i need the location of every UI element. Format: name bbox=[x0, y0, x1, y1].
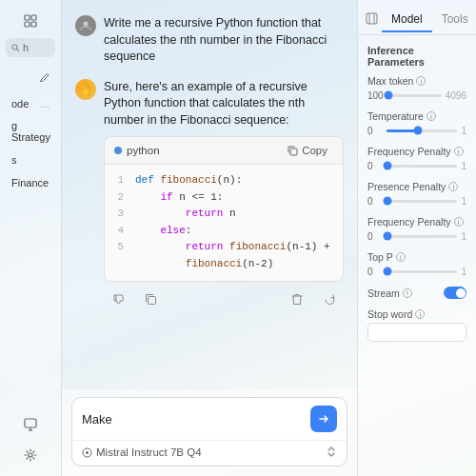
max-token-slider[interactable] bbox=[387, 89, 442, 101]
code-content: 1 def fibonacci(n): 2 if n <= 1: 3 retur… bbox=[105, 165, 343, 281]
sidebar: h ode ... g Strategy s bbox=[0, 0, 62, 476]
sidebar-gear-icon[interactable] bbox=[15, 442, 46, 468]
param-presence-penalty-label: Presence Penalty bbox=[367, 181, 446, 192]
param-temperature: Temperature i 0 1 bbox=[367, 110, 466, 136]
edit-icon[interactable] bbox=[34, 67, 55, 88]
param-temperature-label: Temperature bbox=[367, 110, 424, 122]
stream-label: Stream bbox=[367, 288, 400, 299]
param-freq-penalty-1-max: 1 bbox=[461, 161, 466, 171]
param-freq-penalty-2: Frequency Penalty i 0 1 bbox=[367, 216, 466, 242]
inference-section-title: Inference Parameters bbox=[367, 45, 466, 68]
param-stream: Stream i bbox=[367, 287, 466, 299]
param-freq-penalty-1: Frequency Penalty i 0 1 bbox=[367, 146, 466, 171]
nav-item-s[interactable]: s bbox=[6, 150, 55, 169]
svg-rect-3 bbox=[31, 22, 36, 27]
svg-rect-2 bbox=[25, 22, 30, 27]
param-max-token-max: 4096 bbox=[446, 90, 466, 101]
param-freq-penalty-2-value: 0 bbox=[367, 231, 383, 242]
param-max-token-info[interactable]: i bbox=[416, 76, 426, 86]
param-top-p-info[interactable]: i bbox=[396, 252, 406, 262]
temperature-slider[interactable] bbox=[387, 125, 457, 136]
sidebar-monitor-icon[interactable] bbox=[15, 411, 46, 438]
panel-content: Inference Parameters Max token i 100 409 bbox=[358, 35, 476, 476]
nav-item-strategy[interactable]: g Strategy bbox=[6, 116, 55, 147]
svg-point-10 bbox=[84, 22, 89, 27]
assistant-message-text: Sure, here's an example of a recursive P… bbox=[104, 79, 344, 129]
action-left bbox=[106, 288, 163, 312]
presence-penalty-slider[interactable] bbox=[387, 195, 457, 207]
sidebar-search-text: h bbox=[23, 42, 29, 53]
param-freq-penalty-1-value: 0 bbox=[367, 161, 383, 171]
user-avatar bbox=[75, 15, 96, 36]
svg-point-14 bbox=[86, 451, 89, 454]
tab-model[interactable]: Model bbox=[382, 8, 432, 32]
param-presence-penalty-info[interactable]: i bbox=[448, 182, 458, 191]
code-line-2: 2 if n <= 1: bbox=[114, 189, 333, 207]
param-freq-penalty-2-max: 1 bbox=[461, 231, 466, 242]
code-line-3: 3 return n bbox=[114, 206, 333, 223]
code-block-header: python Copy bbox=[105, 137, 343, 165]
copy-button[interactable]: Copy bbox=[282, 143, 333, 158]
chat-input[interactable] bbox=[82, 412, 305, 426]
stream-toggle[interactable] bbox=[444, 287, 466, 299]
model-chevron-icon[interactable] bbox=[326, 446, 337, 459]
param-freq-penalty-1-info[interactable]: i bbox=[454, 147, 464, 156]
send-button[interactable] bbox=[310, 406, 337, 432]
assistant-message: 🤚 Sure, here's an example of a recursive… bbox=[75, 79, 344, 312]
svg-rect-11 bbox=[290, 149, 297, 155]
param-temperature-value: 0 bbox=[367, 126, 383, 136]
copy-message-icon[interactable] bbox=[138, 288, 163, 312]
param-freq-penalty-1-label: Frequency Penalty bbox=[367, 146, 451, 157]
param-top-p-value: 0 bbox=[367, 267, 383, 277]
svg-point-9 bbox=[29, 453, 32, 457]
code-line-6: fibonacci(n-2) bbox=[114, 256, 333, 273]
delete-icon[interactable] bbox=[285, 288, 309, 312]
param-max-token-label: Max token bbox=[367, 75, 413, 87]
stream-info[interactable]: i bbox=[403, 288, 412, 298]
sidebar-search[interactable]: h bbox=[6, 38, 55, 57]
right-panel: Model Tools Inference Parameters Max tok… bbox=[357, 0, 476, 476]
svg-point-4 bbox=[12, 45, 17, 50]
param-temperature-max: 1 bbox=[461, 126, 466, 136]
stop-word-label: Stop word bbox=[367, 308, 412, 320]
code-line-4: 4 else: bbox=[114, 223, 333, 240]
user-message-text: Write me a recursive Python function tha… bbox=[104, 15, 344, 66]
assistant-content: Sure, here's an example of a recursive P… bbox=[104, 79, 344, 312]
tab-tools[interactable]: Tools bbox=[432, 8, 476, 32]
thumbs-down-icon[interactable] bbox=[106, 288, 130, 312]
sidebar-top: h ode ... g Strategy s bbox=[0, 8, 61, 192]
code-block: python Copy bbox=[104, 136, 344, 282]
svg-rect-12 bbox=[148, 297, 155, 305]
param-freq-penalty-2-info[interactable]: i bbox=[454, 217, 464, 227]
param-top-p: Top P i 0 1 bbox=[367, 251, 466, 277]
nav-item-ode[interactable]: ode ... bbox=[6, 95, 55, 112]
code-line-5: 5 return fibonacci(n-1) + bbox=[114, 239, 333, 256]
param-temperature-info[interactable]: i bbox=[426, 111, 436, 121]
stop-word-info[interactable]: i bbox=[415, 309, 425, 319]
refresh-icon[interactable] bbox=[317, 288, 342, 312]
nav-item-finance[interactable]: Finance bbox=[6, 173, 55, 192]
toggle-knob bbox=[456, 288, 466, 298]
top-p-slider[interactable] bbox=[387, 266, 457, 277]
chat-messages: Write me a recursive Python function tha… bbox=[62, 0, 357, 389]
svg-rect-6 bbox=[25, 419, 36, 427]
model-selector[interactable]: Mistral Instruct 7B Q4 bbox=[82, 446, 202, 458]
param-top-p-max: 1 bbox=[461, 267, 466, 277]
param-presence-penalty-max: 1 bbox=[461, 196, 466, 207]
action-right bbox=[285, 288, 342, 312]
param-top-p-label: Top P bbox=[367, 251, 393, 263]
model-name: Mistral Instruct 7B Q4 bbox=[96, 446, 202, 458]
param-max-token-value: 100 bbox=[367, 90, 384, 101]
param-max-token: Max token i 100 4096 bbox=[367, 75, 466, 101]
param-presence-penalty: Presence Penalty i 0 1 bbox=[367, 181, 466, 207]
python-dot bbox=[114, 147, 122, 154]
freq-penalty-1-slider[interactable] bbox=[387, 160, 457, 171]
stop-word-input[interactable] bbox=[367, 323, 466, 342]
freq-penalty-2-slider[interactable] bbox=[387, 230, 457, 242]
svg-line-5 bbox=[17, 49, 20, 51]
user-message: Write me a recursive Python function tha… bbox=[75, 15, 344, 66]
panel-icon bbox=[366, 12, 378, 28]
sidebar-grid-icon[interactable] bbox=[13, 8, 48, 34]
input-row bbox=[72, 398, 347, 440]
param-presence-penalty-value: 0 bbox=[367, 196, 383, 207]
